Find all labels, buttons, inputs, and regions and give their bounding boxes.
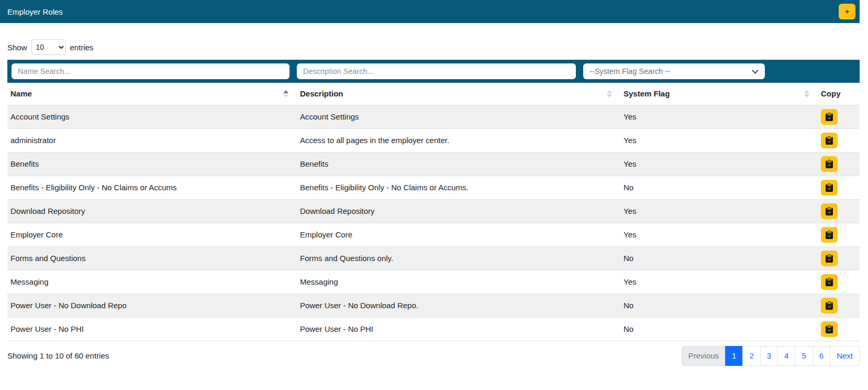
cell-copy	[818, 199, 860, 223]
clipboard-check-icon	[825, 113, 833, 121]
cell-name: Account Settings	[7, 105, 297, 128]
copy-button[interactable]	[821, 109, 838, 125]
cell-copy	[818, 246, 860, 270]
pagination-page[interactable]: 3	[760, 346, 778, 366]
copy-button[interactable]	[821, 298, 838, 313]
cell-name: Download Repository	[7, 199, 297, 223]
cell-system-flag: Yes	[620, 223, 818, 246]
sort-icon	[607, 90, 612, 98]
sort-icon	[804, 90, 809, 98]
copy-button[interactable]	[821, 251, 838, 266]
column-label: Copy	[821, 89, 841, 98]
column-header-description[interactable]: Description	[297, 83, 620, 105]
name-search-input[interactable]	[12, 63, 290, 79]
table-row: Forms and Questions Forms and Questions …	[7, 246, 860, 270]
pagination-page[interactable]: 5	[795, 346, 813, 366]
table-row: Power User - No PHI Power User - No PHI …	[7, 317, 860, 341]
cell-copy	[818, 176, 860, 199]
page-size-control: Show 10 entries	[7, 39, 860, 55]
system-flag-search-select[interactable]: --System Flag Search --	[583, 63, 765, 79]
table-header-row: Name Description System Flag	[7, 83, 860, 105]
table-row: administrator Access to all pages in the…	[7, 128, 860, 152]
cell-system-flag: No	[620, 317, 818, 341]
column-label: System Flag	[624, 89, 670, 98]
cell-copy	[818, 317, 860, 341]
cell-description: Forms and Questions only.	[297, 246, 620, 270]
cell-description: Access to all pages in the employer cent…	[297, 128, 620, 152]
cell-copy	[818, 270, 860, 294]
copy-button[interactable]	[821, 203, 838, 219]
table-row: Benefits - Eligibility Only - No Claims …	[7, 176, 860, 199]
cell-description: Benefits - Eligibility Only - No Claims …	[297, 176, 620, 199]
cell-description: Messaging	[297, 270, 620, 294]
cell-copy	[818, 105, 860, 128]
copy-button[interactable]	[821, 133, 838, 148]
clipboard-check-icon	[825, 325, 833, 333]
employer-roles-panel: Employer Roles + Show 10 entries --Syste…	[0, 0, 860, 366]
cell-system-flag: Yes	[620, 199, 818, 223]
cell-description: Account Settings	[297, 105, 620, 128]
sort-icon	[283, 90, 288, 98]
cell-system-flag: Yes	[620, 152, 818, 176]
clipboard-check-icon	[825, 160, 833, 168]
cell-name: Forms and Questions	[7, 246, 297, 270]
cell-system-flag: Yes	[620, 270, 818, 294]
cell-name: Power User - No PHI	[7, 317, 297, 341]
cell-system-flag: No	[620, 176, 818, 199]
cell-copy	[818, 223, 860, 246]
system-flag-search-wrap: --System Flag Search --	[583, 63, 765, 79]
search-filter-bar: --System Flag Search --	[7, 60, 860, 83]
cell-name: Benefits - Eligibility Only - No Claims …	[7, 176, 297, 199]
table-row: Messaging Messaging Yes	[7, 270, 860, 294]
clipboard-check-icon	[825, 136, 833, 145]
roles-table: Name Description System Flag	[7, 83, 860, 341]
cell-system-flag: No	[620, 294, 818, 317]
column-header-copy: Copy	[818, 83, 860, 105]
cell-system-flag: No	[620, 246, 818, 270]
pagination-page[interactable]: 4	[777, 346, 795, 366]
cell-name: Employer Core	[7, 223, 297, 246]
entries-label: entries	[70, 43, 94, 52]
description-search-input[interactable]	[297, 63, 576, 79]
pagination-pages: 123456	[726, 346, 830, 366]
cell-description: Employer Core	[297, 223, 620, 246]
copy-button[interactable]	[821, 274, 838, 290]
pagination-page[interactable]: 6	[813, 346, 830, 366]
page-title: Employer Roles	[7, 7, 63, 16]
cell-description: Download Repository	[297, 199, 620, 223]
results-summary: Showing 1 to 10 of 60 entries	[7, 351, 109, 360]
table-body: Account Settings Account Settings Yes ad…	[7, 105, 860, 341]
pagination-page[interactable]: 1	[725, 346, 743, 366]
plus-icon: +	[845, 8, 849, 15]
table-row: Power User - No Download Repo Power User…	[7, 294, 860, 317]
cell-copy	[818, 152, 860, 176]
clipboard-check-icon	[825, 254, 833, 263]
table-row: Account Settings Account Settings Yes	[7, 105, 860, 128]
copy-button[interactable]	[821, 156, 838, 172]
copy-button[interactable]	[821, 227, 838, 243]
column-header-name[interactable]: Name	[7, 83, 297, 105]
add-role-button[interactable]: +	[839, 4, 855, 19]
clipboard-check-icon	[825, 278, 833, 286]
pagination-previous[interactable]: Previous	[682, 346, 726, 366]
page-size-select[interactable]: 10	[31, 39, 66, 55]
table-row: Employer Core Employer Core Yes	[7, 223, 860, 246]
pagination: Previous 123456 Next	[682, 346, 860, 366]
clipboard-check-icon	[825, 231, 833, 239]
column-label: Name	[10, 89, 32, 98]
column-header-system-flag[interactable]: System Flag	[620, 83, 818, 105]
show-label: Show	[7, 43, 27, 52]
cell-name: Power User - No Download Repo	[7, 294, 297, 317]
clipboard-check-icon	[825, 301, 833, 310]
copy-button[interactable]	[821, 321, 838, 337]
pagination-next[interactable]: Next	[830, 346, 860, 366]
cell-description: Benefits	[297, 152, 620, 176]
column-label: Description	[300, 89, 343, 98]
copy-button[interactable]	[821, 180, 838, 196]
pagination-page[interactable]: 2	[742, 346, 760, 366]
table-row: Download Repository Download Repository …	[7, 199, 860, 223]
cell-copy	[818, 294, 860, 317]
cell-system-flag: Yes	[620, 128, 818, 152]
cell-description: Power User - No Download Repo.	[297, 294, 620, 317]
cell-description: Power User - No PHI	[297, 317, 620, 341]
